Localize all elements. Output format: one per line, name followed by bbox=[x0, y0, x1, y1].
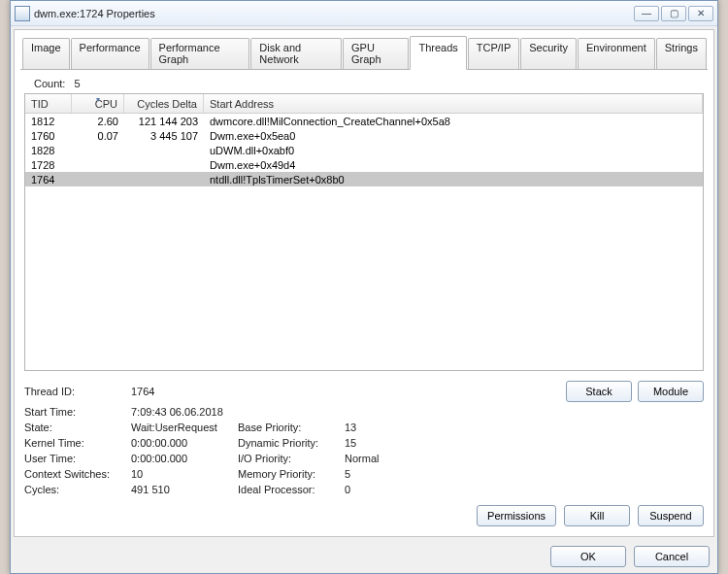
dialog-footer: OK Cancel bbox=[11, 540, 717, 573]
thread-actions: Permissions Kill Suspend bbox=[24, 505, 704, 526]
cell-start-address: dwmcore.dll!MilConnection_CreateChannel+… bbox=[204, 116, 703, 127]
cell-start-address: Dwm.exe+0x49d4 bbox=[204, 159, 703, 171]
module-button[interactable]: Module bbox=[638, 381, 704, 402]
cell-tid: 1728 bbox=[25, 159, 72, 171]
tab-environment[interactable]: Environment bbox=[578, 38, 655, 69]
titlebar[interactable]: dwm.exe:1724 Properties — ▢ ✕ bbox=[11, 1, 717, 26]
val-base-priority: 13 bbox=[345, 422, 704, 433]
tab-disk-and-network[interactable]: Disk and Network bbox=[250, 38, 342, 69]
cell-cpu: 0.07 bbox=[72, 130, 124, 142]
cell-cpu: 2.60 bbox=[72, 116, 124, 127]
lbl-base-priority: Base Priority: bbox=[238, 422, 345, 433]
col-tid[interactable]: TID bbox=[25, 94, 72, 113]
tab-strip: ImagePerformancePerformance GraphDisk an… bbox=[20, 36, 708, 70]
count-label: Count: bbox=[34, 78, 65, 89]
val-state: Wait:UserRequest bbox=[131, 422, 238, 433]
thread-row[interactable]: 1764ntdll.dll!TplsTimerSet+0x8b0 bbox=[25, 172, 703, 186]
tab-threads[interactable]: Threads bbox=[410, 36, 466, 70]
val-dynamic-priority: 15 bbox=[345, 437, 704, 449]
lbl-start-time: Start Time: bbox=[24, 406, 131, 418]
lbl-memory-priority: Memory Priority: bbox=[238, 468, 345, 480]
minimize-button[interactable]: — bbox=[634, 6, 659, 21]
tab-gpu-graph[interactable]: GPU Graph bbox=[343, 38, 409, 69]
tab-tcp-ip[interactable]: TCP/IP bbox=[468, 38, 519, 69]
cancel-button[interactable]: Cancel bbox=[634, 546, 710, 567]
properties-window: dwm.exe:1724 Properties — ▢ ✕ ImagePerfo… bbox=[10, 0, 718, 574]
val-memory-priority: 5 bbox=[345, 468, 704, 480]
cell-tid: 1764 bbox=[25, 174, 72, 186]
col-cpu[interactable]: ▾ CPU bbox=[72, 94, 124, 113]
window-title: dwm.exe:1724 Properties bbox=[34, 8, 634, 19]
tab-performance-graph[interactable]: Performance Graph bbox=[150, 38, 250, 69]
suspend-button[interactable]: Suspend bbox=[638, 505, 704, 526]
lbl-thread-id: Thread ID: bbox=[24, 386, 131, 397]
tab-security[interactable]: Security bbox=[520, 38, 577, 69]
val-start-time: 7:09:43 06.06.2018 bbox=[131, 406, 704, 418]
cell-tid: 1812 bbox=[25, 116, 72, 127]
tab-performance[interactable]: Performance bbox=[71, 38, 149, 69]
cell-start-address: Dwm.exe+0x5ea0 bbox=[204, 130, 703, 142]
thread-row[interactable]: 1828uDWM.dll+0xabf0 bbox=[25, 143, 703, 157]
listview-body[interactable]: 18122.60121 144 203dwmcore.dll!MilConnec… bbox=[25, 114, 703, 370]
client-area: ImagePerformancePerformance GraphDisk an… bbox=[14, 29, 714, 537]
cell-tid: 1828 bbox=[25, 145, 72, 156]
thread-row[interactable]: 17600.073 445 107Dwm.exe+0x5ea0 bbox=[25, 128, 703, 143]
app-icon bbox=[15, 6, 30, 21]
lbl-user-time: User Time: bbox=[24, 453, 131, 464]
permissions-button[interactable]: Permissions bbox=[477, 505, 556, 526]
kill-button[interactable]: Kill bbox=[564, 505, 630, 526]
val-kernel-time: 0:00:00.000 bbox=[131, 437, 238, 449]
val-user-time: 0:00:00.000 bbox=[131, 453, 238, 464]
val-context-switches: 10 bbox=[131, 468, 238, 480]
thread-count-line: Count: 5 bbox=[24, 76, 704, 93]
val-thread-id: 1764 bbox=[131, 386, 422, 397]
count-value: 5 bbox=[75, 78, 81, 89]
cell-tid: 1760 bbox=[25, 130, 72, 142]
lbl-io-priority: I/O Priority: bbox=[238, 453, 345, 464]
tab-image[interactable]: Image bbox=[22, 38, 70, 69]
val-cycles: 491 510 bbox=[131, 484, 238, 495]
val-io-priority: Normal bbox=[345, 453, 704, 464]
tab-strings[interactable]: Strings bbox=[656, 38, 707, 69]
sort-indicator-icon: ▾ bbox=[96, 95, 100, 104]
cell-start-address: ntdll.dll!TplsTimerSet+0x8b0 bbox=[204, 174, 703, 186]
cell-cycles: 121 144 203 bbox=[124, 116, 204, 127]
thread-details: Thread ID: 1764 Stack Module Start Time:… bbox=[24, 381, 704, 495]
cell-cycles: 3 445 107 bbox=[124, 130, 204, 142]
lbl-dynamic-priority: Dynamic Priority: bbox=[238, 437, 345, 449]
thread-row[interactable]: 1728Dwm.exe+0x49d4 bbox=[25, 157, 703, 172]
col-cycles-delta[interactable]: Cycles Delta bbox=[124, 94, 204, 113]
col-start-address[interactable]: Start Address bbox=[204, 94, 703, 113]
cell-start-address: uDWM.dll+0xabf0 bbox=[204, 145, 703, 156]
val-ideal-processor: 0 bbox=[345, 484, 704, 495]
lbl-cycles: Cycles: bbox=[24, 484, 131, 495]
maximize-button[interactable]: ▢ bbox=[661, 6, 686, 21]
stack-button[interactable]: Stack bbox=[566, 381, 632, 402]
close-button[interactable]: ✕ bbox=[688, 6, 713, 21]
listview-header: TID ▾ CPU Cycles Delta Start Address bbox=[25, 94, 703, 114]
lbl-state: State: bbox=[24, 422, 131, 433]
threads-page: Count: 5 TID ▾ CPU Cycles Delta bbox=[20, 70, 708, 528]
thread-row[interactable]: 18122.60121 144 203dwmcore.dll!MilConnec… bbox=[25, 114, 703, 128]
lbl-context-switches: Context Switches: bbox=[24, 468, 131, 480]
lbl-ideal-processor: Ideal Processor: bbox=[238, 484, 345, 495]
threads-listview[interactable]: TID ▾ CPU Cycles Delta Start Address 181… bbox=[24, 93, 704, 371]
lbl-kernel-time: Kernel Time: bbox=[24, 437, 131, 449]
ok-button[interactable]: OK bbox=[550, 546, 626, 567]
